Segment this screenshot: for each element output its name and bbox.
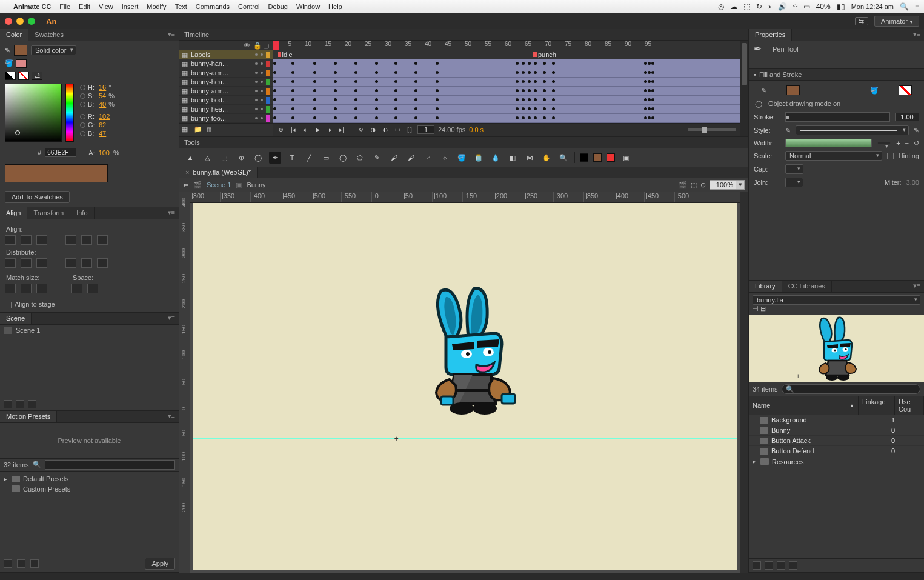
keyframe[interactable]: [291, 89, 294, 92]
delete-preset-button[interactable]: [30, 559, 39, 568]
align-vcenter-icon[interactable]: [81, 235, 92, 245]
layer-row[interactable]: ▦ bunny-han...: [179, 59, 273, 68]
keyframe[interactable]: [522, 71, 525, 74]
layer-row[interactable]: ▦ Labels: [179, 50, 273, 59]
keyframe[interactable]: [436, 62, 439, 65]
timeline-track[interactable]: [273, 96, 740, 105]
keyframe[interactable]: [375, 107, 378, 110]
alpha-value[interactable]: 100: [99, 149, 110, 156]
keyframe[interactable]: [543, 89, 546, 92]
eyedropper-tool-icon[interactable]: 💧: [490, 152, 502, 164]
section-fill-stroke[interactable]: ▾Fill and Stroke: [749, 68, 924, 81]
keyframe[interactable]: [651, 80, 654, 83]
edit-symbol-icon[interactable]: ⬚: [691, 181, 697, 189]
keyframe[interactable]: [543, 98, 546, 101]
app-name[interactable]: Animate CC: [13, 3, 51, 10]
menu-edit[interactable]: Edit: [79, 3, 90, 10]
library-item-row[interactable]: Button Defend0: [749, 446, 924, 456]
join-select[interactable]: [785, 178, 803, 187]
tab-align[interactable]: Align: [0, 207, 27, 219]
sync-icon[interactable]: ↻: [756, 2, 762, 11]
play-button[interactable]: ▶: [313, 125, 322, 134]
keyframe[interactable]: [313, 107, 316, 110]
current-frame-input[interactable]: 1: [417, 125, 434, 134]
keyframe[interactable]: [354, 62, 357, 65]
scene-crumb[interactable]: Scene 1: [207, 181, 231, 188]
keyframe[interactable]: [528, 80, 531, 83]
keyframe[interactable]: [313, 89, 316, 92]
keyframe[interactable]: [354, 98, 357, 101]
bind-tool-icon[interactable]: ⟐: [439, 152, 451, 164]
library-item-row[interactable]: Background1: [749, 415, 924, 425]
timeline-tick[interactable]: 70: [533, 41, 553, 50]
timeline-track[interactable]: [273, 59, 740, 68]
go-last-frame-button[interactable]: ▸|: [337, 125, 346, 134]
layer-row[interactable]: ▦ bunny-arm...: [179, 68, 273, 78]
keyframe[interactable]: [313, 71, 316, 74]
dist-bottom-icon[interactable]: [36, 258, 47, 268]
keyframe[interactable]: [394, 116, 397, 119]
panel-menu-icon[interactable]: ▾≡: [164, 29, 179, 41]
maximize-window-button[interactable]: [28, 18, 35, 25]
bone-tool-icon[interactable]: ⟋: [422, 152, 434, 164]
width-profile-select[interactable]: [785, 139, 872, 147]
timeline-tick[interactable]: 45: [433, 41, 453, 50]
edit-multi-frames-button[interactable]: ⬚: [393, 125, 402, 134]
new-layer-button[interactable]: ▦: [182, 125, 190, 134]
timeline-tick[interactable]: 20: [333, 41, 353, 50]
timeline-track[interactable]: [273, 68, 740, 78]
align-right-icon[interactable]: [36, 235, 47, 245]
panel-menu-icon[interactable]: ▾≡: [909, 281, 924, 292]
keyframe[interactable]: [354, 80, 357, 83]
keyframe[interactable]: [534, 71, 537, 74]
volume-icon[interactable]: 🔊: [778, 2, 787, 11]
timeline-track[interactable]: idlepunch: [273, 50, 740, 59]
keyframe[interactable]: [273, 116, 276, 119]
r-value[interactable]: 102: [99, 113, 110, 120]
layer-row[interactable]: ▦ bunny-foo...: [179, 114, 273, 123]
layer-row[interactable]: ▦ bunny-hea...: [179, 105, 273, 114]
timeline-tick[interactable]: 90: [613, 41, 633, 50]
width-profile-dropdown[interactable]: [877, 142, 891, 144]
tab-info[interactable]: Info: [70, 207, 94, 219]
timeline-tick[interactable]: 10: [293, 41, 313, 50]
panel-menu-icon[interactable]: ▾≡: [909, 29, 924, 41]
stroke-style-select[interactable]: [796, 125, 909, 135]
layer-color-swatch[interactable]: [266, 70, 270, 76]
keyframe[interactable]: [334, 116, 337, 119]
keyframe[interactable]: [516, 107, 519, 110]
add-to-swatches-button[interactable]: Add To Swatches: [5, 191, 70, 203]
delete-item-button[interactable]: [789, 561, 797, 570]
remove-width-icon[interactable]: −: [905, 139, 909, 147]
menu-file[interactable]: File: [59, 3, 70, 10]
keyframe[interactable]: [528, 116, 531, 119]
eraser-tool-icon[interactable]: ◧: [507, 152, 519, 164]
bucket-fill-icon[interactable]: 🪣: [870, 87, 879, 95]
timeline-tick[interactable]: 80: [573, 41, 593, 50]
keyframe[interactable]: [552, 107, 555, 110]
keyframe[interactable]: [375, 71, 378, 74]
keyframe[interactable]: [414, 107, 417, 110]
polystar-tool-icon[interactable]: ⬠: [354, 152, 366, 164]
keyframe[interactable]: [273, 62, 276, 65]
keyframe[interactable]: [313, 62, 316, 65]
keyframe[interactable]: [516, 89, 519, 92]
battery-icon[interactable]: ▮▯: [837, 2, 845, 11]
bucket-fill-icon[interactable]: 🪣: [5, 59, 13, 68]
expand-arrow-icon[interactable]: ▸: [753, 458, 757, 465]
tab-library[interactable]: Library: [749, 281, 782, 292]
sync-settings-icon[interactable]: ⇆: [855, 17, 868, 25]
close-window-button[interactable]: [5, 18, 12, 25]
space-vert-icon[interactable]: [71, 284, 82, 293]
clock[interactable]: Mon 12:24 am: [851, 3, 894, 10]
align-hcenter-icon[interactable]: [21, 235, 32, 245]
color-picker-field[interactable]: [5, 84, 62, 142]
guide-line[interactable]: [193, 438, 737, 439]
layer-color-swatch[interactable]: [266, 97, 270, 104]
properties-button[interactable]: [777, 561, 785, 570]
keyframe[interactable]: [375, 80, 378, 83]
tab-cc-libraries[interactable]: CC Libraries: [782, 281, 832, 292]
col-name[interactable]: Name▲: [749, 396, 859, 415]
playhead[interactable]: [273, 41, 279, 50]
keyframe[interactable]: [528, 62, 531, 65]
